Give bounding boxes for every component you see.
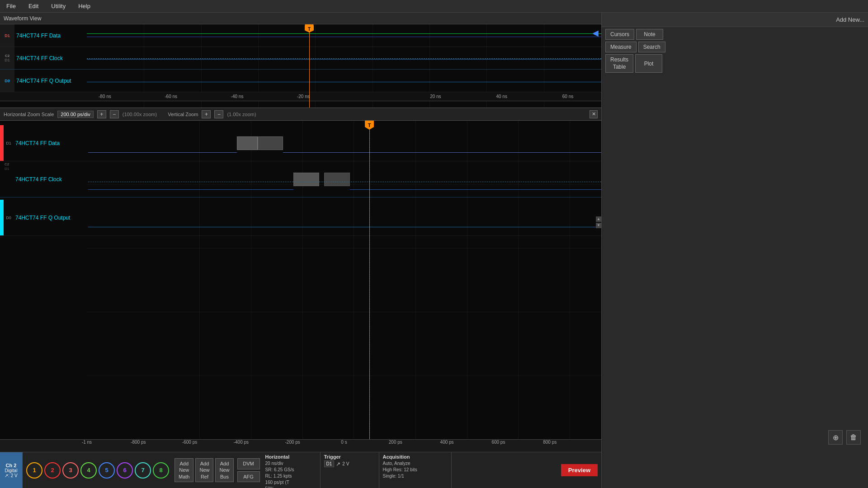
plot-btn[interactable]: Plot — [635, 54, 662, 73]
horizontal-title: Horizontal — [265, 454, 316, 460]
ch2-label: Ch 2 — [6, 463, 17, 468]
wf-clock-solid — [88, 189, 293, 190]
zoom-minus-btn[interactable]: − — [110, 110, 119, 118]
menu-item-edit[interactable]: Edit — [26, 2, 41, 10]
ch-btn-2[interactable]: 2 — [44, 462, 61, 479]
detail-c2-label-top: C2 — [5, 162, 9, 166]
time-axis-bottom: -1 ns -800 ps -600 ps -400 ps -200 ps 0 … — [0, 439, 601, 452]
add-new-bar: Add New... — [602, 13, 868, 27]
ch-btn-3[interactable]: 3 — [62, 462, 79, 479]
tick-600ps: 600 ps — [491, 440, 505, 445]
v-zoom-label: Vertical Zoom — [168, 112, 198, 117]
afg-btn[interactable]: AFG — [237, 471, 260, 482]
channel-waveform-data — [87, 24, 601, 47]
wf-block-1 — [237, 136, 257, 150]
wf-flat-left — [88, 152, 237, 153]
wf-clock-dashed — [88, 182, 601, 182]
wf-block-2 — [258, 136, 283, 150]
status-bar: Ch 2 Digital ↗: 2 V 1 2 3 4 5 6 7 8 Add … — [0, 452, 601, 488]
ch-btn-1[interactable]: 1 — [26, 462, 42, 479]
arrow-down[interactable]: ▼ — [596, 223, 601, 228]
trash-btn[interactable]: 🗑 — [846, 430, 861, 445]
ch-btn-4[interactable]: 4 — [80, 462, 97, 479]
left-panel: Waveform View T — [0, 13, 601, 488]
add-math-btn[interactable]: Add New Math — [175, 458, 193, 482]
channel-label-data: 74HCT74 FF Data — [14, 33, 87, 39]
h-line4: 160 ps/pt (T — [265, 479, 316, 486]
wf-clock-block-2 — [324, 173, 350, 186]
h-zoom-label: Horizontal Zoom Scale — [4, 112, 54, 117]
preview-button[interactable]: Preview — [561, 464, 598, 476]
arrow-up[interactable]: ▲ — [596, 216, 601, 222]
tick-400ps: 400 ps — [440, 440, 454, 445]
time-tick-m60: -60 ns — [165, 94, 177, 99]
acq-line3: Single: 1/1 — [383, 473, 448, 479]
menu-bar: File Edit Utility Help — [0, 0, 868, 13]
menu-item-file[interactable]: File — [4, 2, 19, 10]
h-line5: 50% — [265, 486, 316, 488]
search-btn[interactable]: Search — [638, 42, 665, 52]
cursors-btn[interactable]: Cursors — [605, 29, 634, 40]
vzoom-plus-btn[interactable]: + — [202, 110, 211, 118]
add-bus-btn[interactable]: Add New Bus — [215, 458, 233, 482]
ch-btn-8[interactable]: 8 — [153, 462, 169, 479]
wf-qout-line — [88, 227, 601, 227]
time-tick-m80: -80 ns — [99, 94, 111, 99]
zoom-plus-btn[interactable]: + — [97, 110, 106, 118]
results-table-btn[interactable]: Results Table — [605, 54, 633, 73]
wf-flat-right — [283, 152, 601, 153]
overview-channel-clock: C2 D1 74HCT74 FF Clock — [0, 47, 601, 70]
zoom-close-btn[interactable]: ✕ — [590, 110, 598, 118]
detail-data-label: 74HCT74 FF Data — [14, 140, 88, 146]
trigger-title: Trigger — [324, 454, 375, 460]
magnify-btn[interactable]: ⊕ — [828, 430, 843, 445]
channel-badge-d1-clock: C2 D1 — [0, 47, 14, 69]
horizontal-panel: Horizontal 20 ns/div SR: 6.25 GS/s RL: 1… — [262, 452, 321, 488]
time-tick-p20: 20 ns — [430, 94, 441, 99]
menu-item-utility[interactable]: Utility — [48, 2, 68, 10]
zoom-controls: Horizontal Zoom Scale 200.00 ps/div + − … — [0, 108, 601, 121]
ch-btn-7[interactable]: 7 — [135, 462, 151, 479]
ch2-type: Digital — [5, 468, 18, 473]
ch2-indicator: Ch 2 Digital ↗: 2 V — [0, 452, 23, 488]
channel-waveform-clock — [87, 47, 601, 69]
time-tick-p40: 40 ns — [496, 94, 507, 99]
ch-btn-6[interactable]: 6 — [117, 462, 133, 479]
h-zoom-value: 200.00 ps/div — [57, 111, 93, 118]
trigger-slope-icon: ↗ — [336, 461, 340, 467]
detail-area[interactable]: T — [0, 121, 601, 439]
detail-qoutput-waveform — [88, 200, 601, 236]
note-btn[interactable]: Note — [636, 29, 663, 40]
dvm-btn[interactable]: DVM — [237, 458, 260, 469]
detail-channel-clock: C2 D1 74HCT74 FF Clock — [0, 161, 601, 197]
h-line1: 20 ns/div — [265, 460, 316, 467]
tick-800ps: 800 ps — [543, 440, 557, 445]
tick-m600ps: -600 ps — [182, 440, 197, 445]
channel-label-clock: 74HCT74 FF Clock — [14, 55, 87, 61]
menu-item-help[interactable]: Help — [75, 2, 93, 10]
red-stripe-data — [0, 125, 4, 161]
detail-d0-label: D0 — [4, 216, 14, 220]
ch2-value: ↗: 2 V — [5, 473, 18, 478]
add-ref-btn[interactable]: Add New Ref — [195, 458, 213, 482]
channel-label-qoutput: 74HCT74 FF Q Output — [14, 78, 87, 84]
measure-btn[interactable]: Measure — [605, 42, 637, 52]
tick-m200ps: -200 ps — [285, 440, 300, 445]
detail-data-waveform — [88, 125, 601, 161]
waveform-title-text: Waveform View — [4, 15, 41, 22]
vzoom-minus-btn[interactable]: − — [214, 110, 223, 118]
trigger-value: 2 V — [342, 461, 349, 466]
time-tick-m20: -20 ns — [297, 94, 310, 99]
trigger-source: D1 — [324, 460, 335, 467]
overview-arrow: ◀ — [592, 28, 599, 38]
time-tick-m40: -40 ns — [231, 94, 244, 99]
overview-area[interactable]: T D1 74HCT74 FF Data C2 D1 74HCT74 FF Cl… — [0, 24, 601, 108]
acq-line2: High Res: 12 bits — [383, 467, 448, 473]
channel-buttons: 1 2 3 4 5 6 7 8 — [23, 452, 173, 488]
detail-channel-qoutput: D0 74HCT74 FF Q Output — [0, 200, 601, 236]
detail-channel-data: D1 74HCT74 FF Data — [0, 125, 601, 161]
tick-0s: 0 s — [341, 440, 347, 445]
cyan-stripe-qoutput — [0, 200, 4, 235]
waveform-title: Waveform View — [0, 13, 601, 24]
ch-btn-5[interactable]: 5 — [99, 462, 115, 479]
